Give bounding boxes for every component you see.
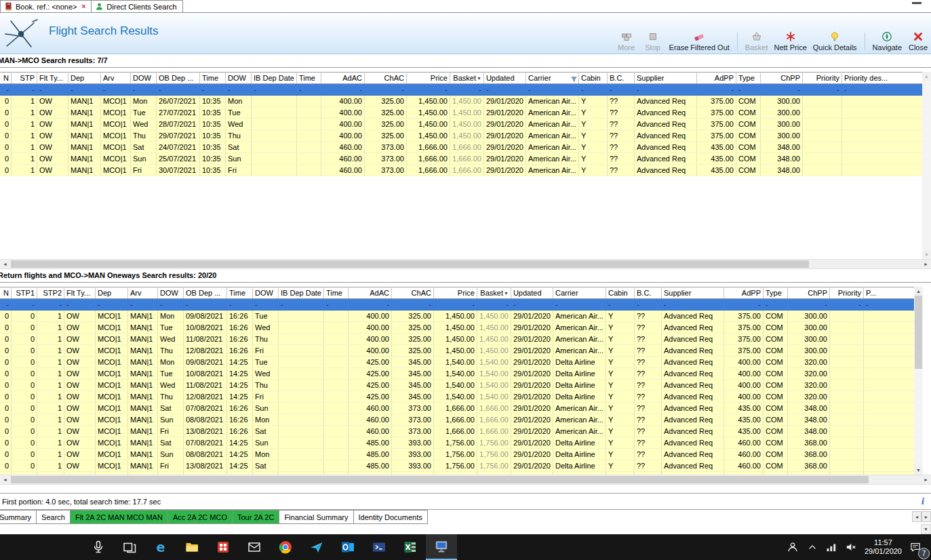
filter-row[interactable]: -------------------------: [0, 84, 923, 96]
scroll-right-icon[interactable]: ►: [921, 475, 931, 484]
scrollbar-thumb[interactable]: [11, 476, 869, 483]
column-header-chac[interactable]: ChAC: [364, 73, 406, 84]
microphone-taskbar-button[interactable]: [83, 534, 114, 560]
tab-scroll-left-icon[interactable]: ◄: [912, 511, 922, 522]
page-tab-tour-2a-2c[interactable]: Tour 2A 2C: [233, 510, 279, 524]
result-row[interactable]: 001OWMCO|1MAN|1Tue10/08/202116:26Wed400.…: [0, 322, 917, 334]
column-header-dow[interactable]: DOW: [131, 73, 157, 84]
column-header-carrier[interactable]: Carrier: [526, 73, 578, 84]
chrome-taskbar-button[interactable]: [270, 534, 301, 560]
column-header-cabin[interactable]: Cabin: [606, 287, 634, 299]
result-row[interactable]: 01OWMAN|1MCO|1Mon26/07/202110:35Mon400.0…: [0, 96, 923, 107]
column-header-n[interactable]: N: [0, 73, 12, 84]
column-header-time[interactable]: Time: [323, 287, 348, 299]
nett-price-button[interactable]: Nett Price: [774, 31, 806, 52]
tab-close-icon[interactable]: ×: [82, 3, 86, 10]
mail-taskbar-button[interactable]: [239, 534, 270, 560]
column-header-price[interactable]: Price: [406, 73, 450, 84]
column-header-ib-dep-date[interactable]: IB Dep Date: [252, 73, 297, 84]
column-header-priority[interactable]: Priority: [802, 73, 841, 84]
column-header-time[interactable]: Time: [296, 73, 321, 84]
column-header-arv[interactable]: Arv: [101, 73, 131, 84]
tab-scroll-right-icon[interactable]: ►: [922, 511, 931, 522]
page-tab-acc-2a-2c-mco[interactable]: Acc 2A 2C MCO: [168, 510, 233, 524]
result-row[interactable]: 001OWMCO|1MAN|1Mon09/08/202116:26Tue400.…: [0, 311, 917, 322]
column-header-carrier[interactable]: Carrier: [553, 287, 606, 299]
column-header-stp2[interactable]: STP2: [37, 287, 64, 299]
send-taskbar-button[interactable]: [301, 534, 332, 560]
scroll-right-icon[interactable]: ►: [921, 260, 931, 268]
column-header-priority[interactable]: Priority: [829, 287, 863, 299]
column-header-adpp[interactable]: AdPP: [696, 73, 736, 84]
flight-app-taskbar-button[interactable]: [426, 534, 457, 560]
page-tab-summary[interactable]: Summary: [0, 510, 37, 524]
column-header-updated[interactable]: Updated: [483, 73, 526, 84]
store-taskbar-button[interactable]: [207, 534, 239, 560]
column-header-b-c[interactable]: B.C.: [607, 73, 634, 84]
column-header-chac[interactable]: ChAC: [391, 287, 433, 299]
column-header-supplier[interactable]: Supplier: [661, 287, 724, 299]
column-header-cabin[interactable]: Cabin: [578, 73, 607, 84]
scrollbar-thumb[interactable]: [915, 296, 922, 369]
column-header-dep[interactable]: Dep: [96, 287, 128, 299]
returns-horizontal-scrollbar[interactable]: ◄ ►: [0, 475, 931, 485]
result-row[interactable]: 01OWMAN|1MCO|1Fri30/07/202110:35Fri460.0…: [0, 165, 923, 176]
excel-taskbar-button[interactable]: X: [395, 534, 426, 560]
column-header-ob-dep[interactable]: OB Dep ...: [157, 73, 200, 84]
explorer-taskbar-button[interactable]: [176, 534, 207, 560]
column-header-dep[interactable]: Dep: [68, 73, 101, 84]
column-header-basket[interactable]: Basket▼: [450, 73, 483, 84]
result-row[interactable]: 001OWMCO|1MAN|1Sun08/08/202114:25Mon485.…: [0, 449, 917, 460]
minimize-button[interactable]: [912, 2, 922, 4]
result-row[interactable]: 01OWMAN|1MCO|1Wed28/07/202110:35Wed400.0…: [0, 119, 923, 130]
result-row[interactable]: 01OWMAN|1MCO|1Sat24/07/202110:35Sat460.0…: [0, 142, 923, 153]
column-header-chpp[interactable]: ChPP: [760, 73, 802, 84]
erase-filtered-out-button[interactable]: Erase Filtered Out: [669, 31, 730, 52]
column-header-arv[interactable]: Arv: [128, 287, 158, 299]
column-header-dow[interactable]: DOW: [226, 73, 252, 84]
result-row[interactable]: 001OWMCO|1MAN|1Wed11/08/202116:26Thu400.…: [0, 334, 917, 345]
scroll-left-icon[interactable]: ◄: [0, 475, 10, 484]
column-header-b-c[interactable]: B.C.: [634, 287, 661, 299]
taskview-taskbar-button[interactable]: [114, 534, 145, 560]
column-header-priority-des[interactable]: Priority des...: [841, 73, 923, 84]
column-header-chpp[interactable]: ChPP: [787, 287, 829, 299]
result-row[interactable]: 01OWMAN|1MCO|1Thu29/07/202110:35Thu400.0…: [0, 130, 923, 142]
column-header-type[interactable]: Type: [736, 73, 760, 84]
scroll-up-icon[interactable]: ▲: [914, 287, 923, 296]
close-button[interactable]: Close: [908, 31, 928, 52]
column-header-flt-ty[interactable]: Flt Ty...: [64, 287, 96, 299]
navigate-button[interactable]: Navigate: [873, 31, 902, 52]
result-row[interactable]: 001OWMCO|1MAN|1Thu12/08/202116:26Fri400.…: [0, 345, 917, 357]
column-header-ob-dep[interactable]: OB Dep ...: [184, 287, 227, 299]
column-header-time[interactable]: Time: [200, 73, 226, 84]
tab-direct-clients-search[interactable]: Direct Clients Search: [92, 0, 182, 12]
scrollbar-thumb[interactable]: [11, 260, 809, 268]
page-tab-identity-documents[interactable]: Identity Documents: [354, 510, 428, 524]
edge-taskbar-button[interactable]: e: [145, 534, 176, 560]
column-header-ib-dep-date[interactable]: IB Dep Date: [279, 287, 324, 299]
result-row[interactable]: 001OWMCO|1MAN|1Sat07/08/202114:25Sun485.…: [0, 437, 917, 449]
column-header-adac[interactable]: AdAC: [321, 73, 364, 84]
column-header-n[interactable]: N: [0, 287, 12, 299]
column-header-stp[interactable]: STP: [12, 73, 37, 84]
scroll-up-icon[interactable]: ▲: [922, 72, 931, 81]
outbound-vertical-scrollbar[interactable]: ▲ ▼: [922, 72, 931, 259]
column-header-dow[interactable]: DOW: [158, 287, 184, 299]
notification-badge[interactable]: 7: [918, 548, 930, 559]
returns-vertical-scrollbar[interactable]: ▲ ▼: [914, 287, 923, 475]
scroll-down-icon[interactable]: ▼: [914, 466, 923, 475]
chevron-up-icon[interactable]: [807, 542, 818, 553]
taskbar-clock[interactable]: 11:57 29/01/2020: [865, 538, 902, 556]
column-header-stp1[interactable]: STP1: [12, 287, 37, 299]
filter-row[interactable]: --------------------------: [0, 299, 917, 311]
column-header-supplier[interactable]: Supplier: [634, 73, 696, 84]
network-icon[interactable]: [825, 541, 837, 553]
column-header-time[interactable]: Time: [227, 287, 253, 299]
result-row[interactable]: 001OWMCO|1MAN|1Sun08/08/202116:26Mon460.…: [0, 414, 917, 426]
result-row[interactable]: 001OWMCO|1MAN|1Fri13/08/202116:26Sat460.…: [0, 426, 917, 437]
result-row[interactable]: 001OWMCO|1MAN|1Sat07/08/202116:26Sun460.…: [0, 403, 917, 414]
column-header-dow[interactable]: DOW: [253, 287, 279, 299]
quick-details-button[interactable]: Quick Details: [813, 31, 857, 52]
filter-icon[interactable]: [571, 75, 577, 83]
